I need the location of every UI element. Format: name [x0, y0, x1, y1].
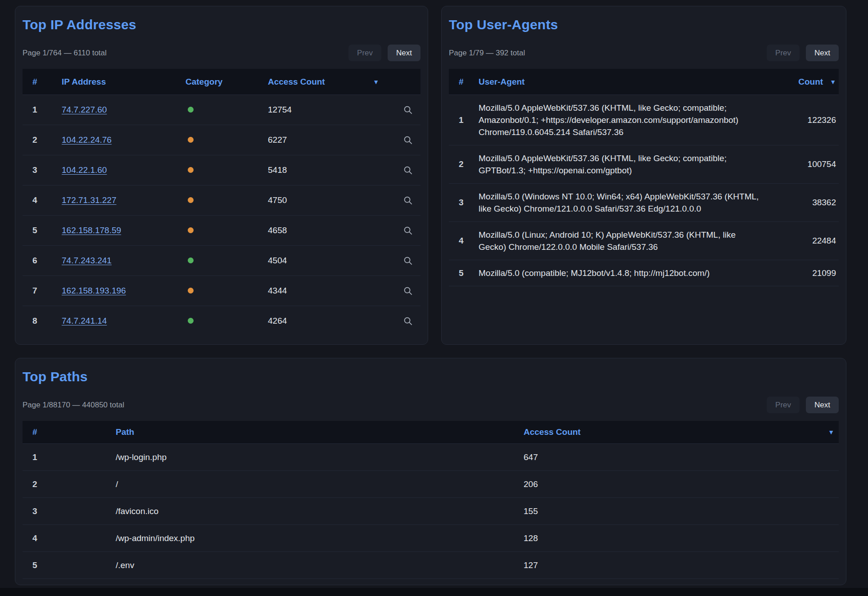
column-header-category: Category [185, 77, 268, 87]
sort-desc-icon[interactable]: ▼ [830, 78, 836, 86]
rank-cell: 1 [23, 105, 62, 115]
magnifier-icon [403, 165, 413, 176]
category-dot [188, 288, 194, 293]
ip-address-link[interactable]: 74.7.241.14 [62, 316, 107, 325]
column-header-access-count[interactable]: Access Count ▼ [524, 427, 839, 437]
count-cell: 100754 [771, 159, 839, 169]
category-dot [188, 197, 194, 203]
sort-desc-icon[interactable]: ▼ [373, 78, 379, 86]
access-count-cell: 155 [524, 506, 839, 516]
path-cell: /wp-login.php [106, 452, 524, 462]
user-agent-table: # User-Agent Count ▼ 1 Mozilla/5.0 Apple… [449, 69, 839, 286]
page-title: Top User-Agents [449, 17, 839, 32]
pagination-info: Page 1/764 — 6110 total [23, 49, 107, 58]
access-count-cell: 128 [524, 533, 839, 543]
access-count-cell: 4264 [268, 316, 395, 326]
magnifier-icon [403, 316, 413, 326]
table-row: 2 / 206 [23, 470, 839, 497]
sort-desc-icon[interactable]: ▼ [828, 429, 834, 436]
category-dot [188, 227, 194, 233]
table-row: 1 Mozilla/5.0 AppleWebKit/537.36 (KHTML,… [449, 95, 839, 145]
access-count-cell: 5418 [268, 165, 395, 175]
rank-cell: 2 [23, 479, 106, 489]
panel-top-user-agents: Top User-Agents Page 1/79 — 392 total Pr… [441, 6, 846, 345]
table-row: 2 104.22.24.76 6227 [23, 125, 420, 155]
ip-address-link[interactable]: 74.7.243.241 [62, 256, 112, 265]
magnifier-icon [403, 226, 413, 236]
rank-cell: 8 [23, 316, 62, 326]
column-header-rank: # [23, 77, 62, 87]
table-row: 6 74.7.243.241 4504 [23, 245, 420, 275]
user-agent-cell: Mozilla/5.0 (Windows NT 10.0; Win64; x64… [479, 190, 771, 215]
ip-address-link[interactable]: 74.7.227.60 [62, 105, 107, 114]
access-count-cell: 206 [524, 479, 839, 489]
inspect-ip-button[interactable] [395, 286, 420, 296]
column-header-access-count[interactable]: Access Count ▼ [268, 77, 395, 87]
rank-cell: 4 [23, 533, 106, 543]
ip-address-link[interactable]: 172.71.31.227 [62, 195, 117, 205]
inspect-ip-button[interactable] [395, 135, 420, 145]
page-title: Top Paths [23, 369, 839, 384]
next-button[interactable]: Next [806, 397, 839, 413]
table-header-row: # Path Access Count ▼ [23, 421, 839, 443]
count-cell: 21099 [771, 268, 839, 278]
rank-cell: 4 [449, 236, 479, 246]
ip-address-link[interactable]: 104.22.24.76 [62, 135, 112, 144]
category-dot [188, 318, 194, 324]
table-row: 3 104.22.1.60 5418 [23, 155, 420, 185]
next-button[interactable]: Next [388, 45, 420, 61]
prev-button[interactable]: Prev [767, 397, 800, 413]
ip-address-link[interactable]: 162.158.178.59 [62, 226, 121, 235]
column-header-count[interactable]: Count ▼ [771, 77, 839, 87]
magnifier-icon [403, 105, 413, 115]
table-header-row: # User-Agent Count ▼ [449, 69, 839, 95]
count-cell: 38362 [771, 198, 839, 208]
category-dot [188, 107, 194, 113]
category-dot [188, 137, 194, 143]
next-button[interactable]: Next [806, 45, 839, 61]
access-count-cell: 4504 [268, 256, 395, 266]
magnifier-icon [403, 286, 413, 296]
inspect-ip-button[interactable] [395, 165, 420, 176]
ip-address-link[interactable]: 162.158.193.196 [62, 286, 126, 295]
pagination-bar: Page 1/88170 — 440850 total Prev Next [23, 397, 839, 413]
user-agent-cell: Mozilla/5.0 AppleWebKit/537.36 (KHTML, l… [479, 152, 771, 176]
pagination-info: Page 1/79 — 392 total [449, 49, 525, 58]
ip-address-link[interactable]: 104.22.1.60 [62, 165, 107, 175]
table-row: 8 74.7.241.14 4264 [23, 306, 420, 336]
inspect-ip-button[interactable] [395, 316, 420, 326]
prev-button[interactable]: Prev [348, 45, 381, 61]
inspect-ip-button[interactable] [395, 195, 420, 206]
inspect-ip-button[interactable] [395, 256, 420, 266]
rank-cell: 1 [449, 115, 479, 125]
rank-cell: 3 [23, 506, 106, 516]
table-row: 5 Mozilla/5.0 (compatible; MJ12bot/v1.4.… [449, 260, 839, 286]
rank-cell: 7 [23, 286, 62, 296]
rank-cell: 4 [23, 195, 62, 205]
access-count-cell: 127 [524, 560, 839, 570]
path-cell: / [106, 479, 524, 489]
table-row: 1 /wp-login.php 647 [23, 443, 839, 470]
table-row: 4 172.71.31.227 4750 [23, 185, 420, 215]
path-cell: /.env [106, 560, 524, 570]
access-count-cell: 4344 [268, 286, 395, 296]
inspect-ip-button[interactable] [395, 105, 420, 115]
category-dot [188, 257, 194, 263]
count-cell: 22484 [771, 236, 839, 246]
prev-button[interactable]: Prev [767, 45, 800, 61]
column-header-ip: IP Address [62, 77, 185, 87]
rank-cell: 2 [449, 159, 479, 169]
access-count-cell: 12754 [268, 105, 395, 115]
table-row: 4 Mozilla/5.0 (Linux; Android 10; K) App… [449, 221, 839, 260]
page-title: Top IP Addresses [23, 17, 420, 32]
column-header-rank: # [23, 427, 106, 437]
column-header-path: Path [106, 427, 524, 437]
pagination-bar: Page 1/764 — 6110 total Prev Next [23, 45, 420, 61]
inspect-ip-button[interactable] [395, 226, 420, 236]
table-row: 2 Mozilla/5.0 AppleWebKit/537.36 (KHTML,… [449, 145, 839, 183]
rank-cell: 6 [23, 256, 62, 266]
pagination-bar: Page 1/79 — 392 total Prev Next [449, 45, 839, 61]
column-header-user-agent: User-Agent [479, 77, 771, 87]
table-row: 7 162.158.193.196 4344 [23, 275, 420, 306]
page-bottom-edge [0, 588, 868, 596]
